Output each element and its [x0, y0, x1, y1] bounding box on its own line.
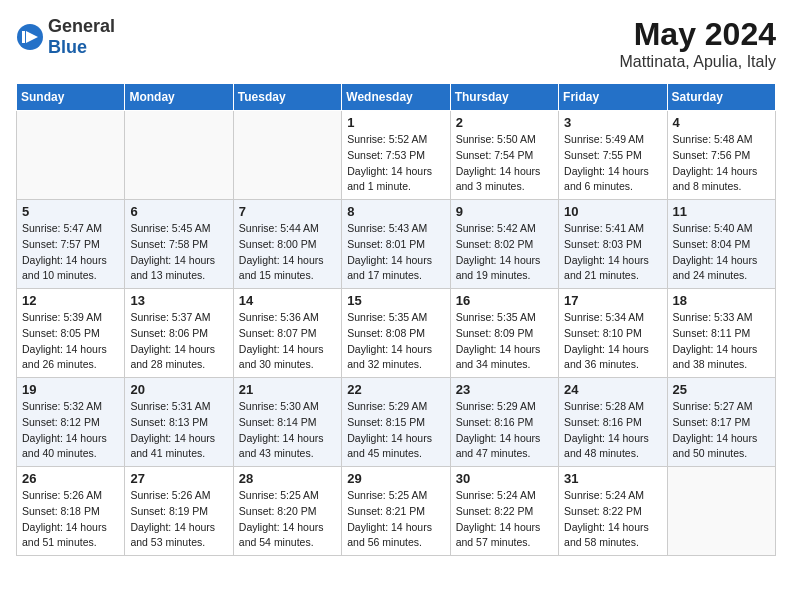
day-info: Sunrise: 5:25 AMSunset: 8:21 PMDaylight:…: [347, 488, 444, 551]
day-info: Sunrise: 5:26 AMSunset: 8:19 PMDaylight:…: [130, 488, 227, 551]
calendar-cell: 18Sunrise: 5:33 AMSunset: 8:11 PMDayligh…: [667, 289, 775, 378]
day-info: Sunrise: 5:33 AMSunset: 8:11 PMDaylight:…: [673, 310, 770, 373]
day-info: Sunrise: 5:50 AMSunset: 7:54 PMDaylight:…: [456, 132, 553, 195]
day-info: Sunrise: 5:30 AMSunset: 8:14 PMDaylight:…: [239, 399, 336, 462]
day-number: 6: [130, 204, 227, 219]
day-number: 15: [347, 293, 444, 308]
calendar-cell: 23Sunrise: 5:29 AMSunset: 8:16 PMDayligh…: [450, 378, 558, 467]
day-number: 31: [564, 471, 661, 486]
day-number: 16: [456, 293, 553, 308]
calendar-day-header: Monday: [125, 84, 233, 111]
calendar-table: SundayMondayTuesdayWednesdayThursdayFrid…: [16, 83, 776, 556]
logo-general: General: [48, 16, 115, 36]
day-number: 20: [130, 382, 227, 397]
day-info: Sunrise: 5:29 AMSunset: 8:15 PMDaylight:…: [347, 399, 444, 462]
day-number: 4: [673, 115, 770, 130]
day-number: 10: [564, 204, 661, 219]
calendar-day-header: Sunday: [17, 84, 125, 111]
logo-blue: Blue: [48, 37, 87, 57]
calendar-cell: 10Sunrise: 5:41 AMSunset: 8:03 PMDayligh…: [559, 200, 667, 289]
calendar-cell: [233, 111, 341, 200]
day-info: Sunrise: 5:45 AMSunset: 7:58 PMDaylight:…: [130, 221, 227, 284]
calendar-cell: 21Sunrise: 5:30 AMSunset: 8:14 PMDayligh…: [233, 378, 341, 467]
day-info: Sunrise: 5:41 AMSunset: 8:03 PMDaylight:…: [564, 221, 661, 284]
day-number: 14: [239, 293, 336, 308]
day-info: Sunrise: 5:35 AMSunset: 8:08 PMDaylight:…: [347, 310, 444, 373]
calendar-cell: 3Sunrise: 5:49 AMSunset: 7:55 PMDaylight…: [559, 111, 667, 200]
calendar-cell: [125, 111, 233, 200]
day-number: 24: [564, 382, 661, 397]
calendar-cell: 28Sunrise: 5:25 AMSunset: 8:20 PMDayligh…: [233, 467, 341, 556]
calendar-cell: 30Sunrise: 5:24 AMSunset: 8:22 PMDayligh…: [450, 467, 558, 556]
day-number: 19: [22, 382, 119, 397]
calendar-cell: 16Sunrise: 5:35 AMSunset: 8:09 PMDayligh…: [450, 289, 558, 378]
calendar-week-row: 26Sunrise: 5:26 AMSunset: 8:18 PMDayligh…: [17, 467, 776, 556]
day-number: 8: [347, 204, 444, 219]
calendar-cell: [667, 467, 775, 556]
day-info: Sunrise: 5:27 AMSunset: 8:17 PMDaylight:…: [673, 399, 770, 462]
calendar-cell: 14Sunrise: 5:36 AMSunset: 8:07 PMDayligh…: [233, 289, 341, 378]
day-number: 12: [22, 293, 119, 308]
logo: General Blue: [16, 16, 115, 58]
calendar-cell: 27Sunrise: 5:26 AMSunset: 8:19 PMDayligh…: [125, 467, 233, 556]
day-number: 3: [564, 115, 661, 130]
calendar-week-row: 12Sunrise: 5:39 AMSunset: 8:05 PMDayligh…: [17, 289, 776, 378]
calendar-cell: 24Sunrise: 5:28 AMSunset: 8:16 PMDayligh…: [559, 378, 667, 467]
logo-icon: [16, 23, 44, 51]
calendar-cell: 1Sunrise: 5:52 AMSunset: 7:53 PMDaylight…: [342, 111, 450, 200]
day-info: Sunrise: 5:24 AMSunset: 8:22 PMDaylight:…: [456, 488, 553, 551]
calendar-cell: 13Sunrise: 5:37 AMSunset: 8:06 PMDayligh…: [125, 289, 233, 378]
day-number: 21: [239, 382, 336, 397]
calendar-header-row: SundayMondayTuesdayWednesdayThursdayFrid…: [17, 84, 776, 111]
day-number: 9: [456, 204, 553, 219]
day-info: Sunrise: 5:37 AMSunset: 8:06 PMDaylight:…: [130, 310, 227, 373]
day-number: 18: [673, 293, 770, 308]
calendar-day-header: Friday: [559, 84, 667, 111]
calendar-day-header: Thursday: [450, 84, 558, 111]
day-info: Sunrise: 5:34 AMSunset: 8:10 PMDaylight:…: [564, 310, 661, 373]
day-info: Sunrise: 5:47 AMSunset: 7:57 PMDaylight:…: [22, 221, 119, 284]
calendar-week-row: 5Sunrise: 5:47 AMSunset: 7:57 PMDaylight…: [17, 200, 776, 289]
day-info: Sunrise: 5:28 AMSunset: 8:16 PMDaylight:…: [564, 399, 661, 462]
day-number: 25: [673, 382, 770, 397]
day-number: 29: [347, 471, 444, 486]
calendar-week-row: 19Sunrise: 5:32 AMSunset: 8:12 PMDayligh…: [17, 378, 776, 467]
day-info: Sunrise: 5:40 AMSunset: 8:04 PMDaylight:…: [673, 221, 770, 284]
calendar-cell: 19Sunrise: 5:32 AMSunset: 8:12 PMDayligh…: [17, 378, 125, 467]
day-number: 30: [456, 471, 553, 486]
day-number: 28: [239, 471, 336, 486]
day-number: 13: [130, 293, 227, 308]
calendar-cell: 22Sunrise: 5:29 AMSunset: 8:15 PMDayligh…: [342, 378, 450, 467]
calendar-day-header: Saturday: [667, 84, 775, 111]
day-number: 22: [347, 382, 444, 397]
title-block: May 2024 Mattinata, Apulia, Italy: [619, 16, 776, 71]
day-number: 27: [130, 471, 227, 486]
calendar-cell: 25Sunrise: 5:27 AMSunset: 8:17 PMDayligh…: [667, 378, 775, 467]
calendar-cell: 31Sunrise: 5:24 AMSunset: 8:22 PMDayligh…: [559, 467, 667, 556]
calendar-day-header: Wednesday: [342, 84, 450, 111]
day-info: Sunrise: 5:36 AMSunset: 8:07 PMDaylight:…: [239, 310, 336, 373]
calendar-cell: 6Sunrise: 5:45 AMSunset: 7:58 PMDaylight…: [125, 200, 233, 289]
calendar-cell: 29Sunrise: 5:25 AMSunset: 8:21 PMDayligh…: [342, 467, 450, 556]
day-number: 7: [239, 204, 336, 219]
day-info: Sunrise: 5:42 AMSunset: 8:02 PMDaylight:…: [456, 221, 553, 284]
day-info: Sunrise: 5:29 AMSunset: 8:16 PMDaylight:…: [456, 399, 553, 462]
calendar-cell: 20Sunrise: 5:31 AMSunset: 8:13 PMDayligh…: [125, 378, 233, 467]
svg-rect-2: [22, 31, 25, 43]
day-number: 26: [22, 471, 119, 486]
calendar-cell: 8Sunrise: 5:43 AMSunset: 8:01 PMDaylight…: [342, 200, 450, 289]
day-number: 17: [564, 293, 661, 308]
calendar-cell: 11Sunrise: 5:40 AMSunset: 8:04 PMDayligh…: [667, 200, 775, 289]
day-number: 2: [456, 115, 553, 130]
calendar-cell: 17Sunrise: 5:34 AMSunset: 8:10 PMDayligh…: [559, 289, 667, 378]
day-number: 11: [673, 204, 770, 219]
day-info: Sunrise: 5:25 AMSunset: 8:20 PMDaylight:…: [239, 488, 336, 551]
calendar-cell: [17, 111, 125, 200]
day-info: Sunrise: 5:32 AMSunset: 8:12 PMDaylight:…: [22, 399, 119, 462]
calendar-cell: 26Sunrise: 5:26 AMSunset: 8:18 PMDayligh…: [17, 467, 125, 556]
day-number: 1: [347, 115, 444, 130]
day-info: Sunrise: 5:43 AMSunset: 8:01 PMDaylight:…: [347, 221, 444, 284]
day-info: Sunrise: 5:24 AMSunset: 8:22 PMDaylight:…: [564, 488, 661, 551]
calendar-week-row: 1Sunrise: 5:52 AMSunset: 7:53 PMDaylight…: [17, 111, 776, 200]
day-info: Sunrise: 5:49 AMSunset: 7:55 PMDaylight:…: [564, 132, 661, 195]
